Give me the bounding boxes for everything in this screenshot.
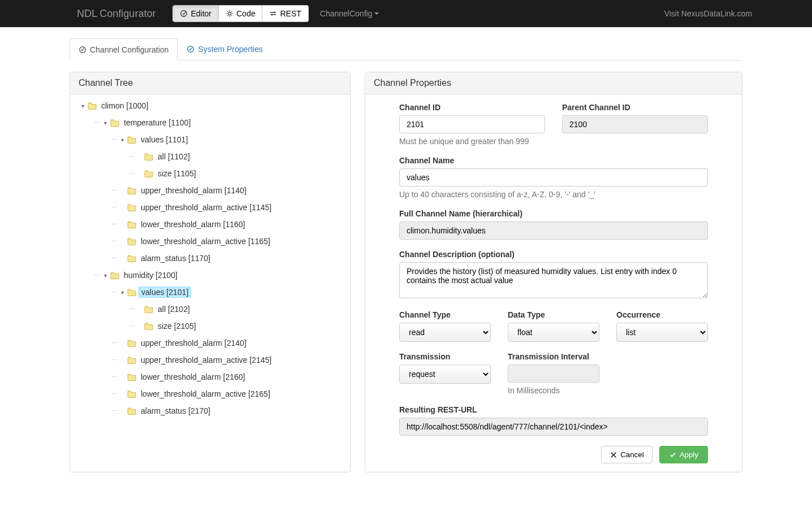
tree-node[interactable]: ⋯all [2102]	[73, 301, 350, 318]
folder-icon	[127, 390, 136, 398]
tree-label: upper_threshold_alarm [1140]	[139, 185, 249, 196]
code-button[interactable]: Code	[219, 5, 262, 22]
tree-line-icon: ⋯	[111, 238, 117, 245]
tree-toggle-icon[interactable]: ▾	[117, 289, 127, 296]
tree-line-icon: ⋯	[128, 306, 134, 313]
tree-node[interactable]: ⋯upper_threshold_alarm_active [2145]	[73, 352, 350, 368]
tree-node[interactable]: ⋯alarm_status [2170]	[73, 402, 350, 419]
folder-icon	[127, 237, 136, 245]
tree-label: values [2101]	[139, 287, 191, 298]
tab-channel-config[interactable]: Channel Configuration	[70, 38, 178, 60]
tree-node[interactable]: ⋯upper_threshold_alarm [2140]	[73, 335, 350, 352]
svg-point-0	[181, 11, 187, 17]
tree-node[interactable]: ▾climon [1000]	[73, 97, 350, 114]
channel-properties-panel: Channel Properties Channel ID Must be un…	[365, 72, 742, 472]
tree-label: all [2102]	[156, 303, 192, 315]
tree-node[interactable]: ⋯▾values [1101]	[73, 131, 350, 148]
tree-line-icon: ⋯	[94, 119, 100, 127]
data-type-select[interactable]: float	[508, 323, 599, 342]
tree-node[interactable]: ⋯upper_threshold_alarm [1140]	[73, 182, 350, 199]
tree-node[interactable]: ⋯▾values [2101]	[73, 284, 350, 301]
transmission-label: Transmission	[399, 352, 491, 361]
folder-icon	[127, 407, 136, 415]
tree-line-icon: ⋯	[128, 170, 134, 177]
tree-label: lower_threshold_alarm [2160]	[139, 371, 247, 383]
apply-button[interactable]: Apply	[659, 446, 708, 463]
tree-node[interactable]: ⋯size [2105]	[73, 318, 350, 335]
desc-label: Channel Description (optional)	[399, 250, 708, 259]
channel-name-input[interactable]	[399, 168, 708, 186]
folder-icon	[144, 305, 153, 313]
tree-line-icon: ⋯	[111, 187, 117, 194]
parent-id-input	[562, 115, 708, 133]
tree-label: temperature [1100]	[122, 117, 193, 128]
tree-line-icon: ⋯	[111, 407, 117, 415]
tree-toggle-icon[interactable]: ▾	[100, 272, 110, 279]
tree-label: lower_threshold_alarm [1160]	[139, 219, 247, 230]
tree-label: all [1102]	[156, 151, 192, 162]
svg-point-1	[228, 12, 231, 15]
tree-label: alarm_status [2170]	[139, 405, 213, 416]
tree-node[interactable]: ⋯all [1102]	[73, 148, 350, 165]
channel-id-label: Channel ID	[399, 103, 545, 112]
folder-icon	[88, 102, 97, 110]
visit-link[interactable]: Visit NexusDataLink.com	[664, 9, 803, 18]
channel-config-dropdown[interactable]: ChannelConfig	[320, 9, 379, 18]
tree-node[interactable]: ⋯upper_threshold_alarm_active [1145]	[73, 199, 350, 216]
occurrence-select[interactable]: list	[616, 323, 708, 342]
type-label: Channel Type	[399, 310, 491, 319]
transmission-select[interactable]: request	[399, 365, 491, 384]
tree-node[interactable]: ⋯▾temperature [1100]	[73, 114, 350, 131]
rest-url-input	[399, 418, 708, 436]
tree-line-icon: ⋯	[128, 323, 134, 330]
tree-label: size [1105]	[156, 168, 198, 179]
tree-node[interactable]: ⋯lower_threshold_alarm_active [1165]	[73, 233, 350, 250]
folder-icon	[110, 119, 119, 127]
folder-icon	[144, 153, 153, 160]
tree-line-icon: ⋯	[111, 221, 117, 228]
channel-id-input[interactable]	[399, 115, 545, 133]
tree-node[interactable]: ⋯▾humidity [2100]	[73, 267, 350, 284]
tree-node[interactable]: ⋯lower_threshold_alarm [2160]	[73, 368, 350, 385]
tree-toggle-icon[interactable]: ▾	[100, 120, 110, 126]
edit-icon	[180, 10, 188, 18]
tab-system-properties[interactable]: System Properties	[178, 38, 271, 60]
channel-name-label: Channel Name	[399, 156, 708, 165]
tree-label: values [1101]	[139, 134, 190, 145]
interval-input	[508, 365, 599, 383]
tree-node[interactable]: ⋯lower_threshold_alarm_active [2165]	[73, 385, 350, 402]
interval-label: Transmission Interval	[508, 352, 599, 361]
tree-line-icon: ⋯	[111, 204, 117, 211]
interval-help: In Milliseconds	[508, 386, 599, 395]
tree-label: alarm_status [1170]	[139, 253, 213, 264]
tree-label: lower_threshold_alarm_active [1165]	[139, 236, 273, 247]
tree-node[interactable]: ⋯alarm_status [1170]	[73, 250, 350, 267]
folder-icon	[127, 356, 136, 364]
tree-label: upper_threshold_alarm [2140]	[139, 337, 249, 349]
type-select[interactable]: read	[399, 323, 491, 342]
tree-line-icon: ⋯	[111, 374, 117, 381]
folder-icon	[144, 322, 153, 330]
tree-panel-title: Channel Tree	[70, 72, 350, 94]
desc-textarea[interactable]	[399, 262, 708, 298]
tree-node[interactable]: ⋯size [1105]	[73, 165, 350, 182]
tree-line-icon: ⋯	[111, 136, 117, 144]
folder-icon	[127, 288, 136, 296]
folder-icon	[110, 271, 119, 279]
gear-icon	[226, 10, 234, 18]
tree-line-icon: ⋯	[94, 272, 100, 279]
occurrence-label: Occurrence	[616, 310, 708, 319]
app-brand: NDL Configurator	[9, 8, 156, 20]
tree-label: climon [1000]	[99, 100, 150, 111]
tree-scroll[interactable]: ▾climon [1000]⋯▾temperature [1100]⋯▾valu…	[70, 94, 350, 431]
cancel-button[interactable]: Cancel	[601, 446, 653, 463]
tree-node[interactable]: ⋯lower_threshold_alarm [1160]	[73, 216, 350, 233]
rest-button[interactable]: REST	[262, 5, 308, 22]
tree-line-icon: ⋯	[128, 153, 134, 160]
tree-line-icon: ⋯	[111, 255, 117, 262]
folder-icon	[144, 170, 153, 177]
tree-toggle-icon[interactable]: ▾	[77, 103, 88, 109]
tree-toggle-icon[interactable]: ▾	[117, 137, 127, 143]
editor-button[interactable]: Editor	[172, 5, 219, 22]
edit-icon	[79, 46, 87, 54]
